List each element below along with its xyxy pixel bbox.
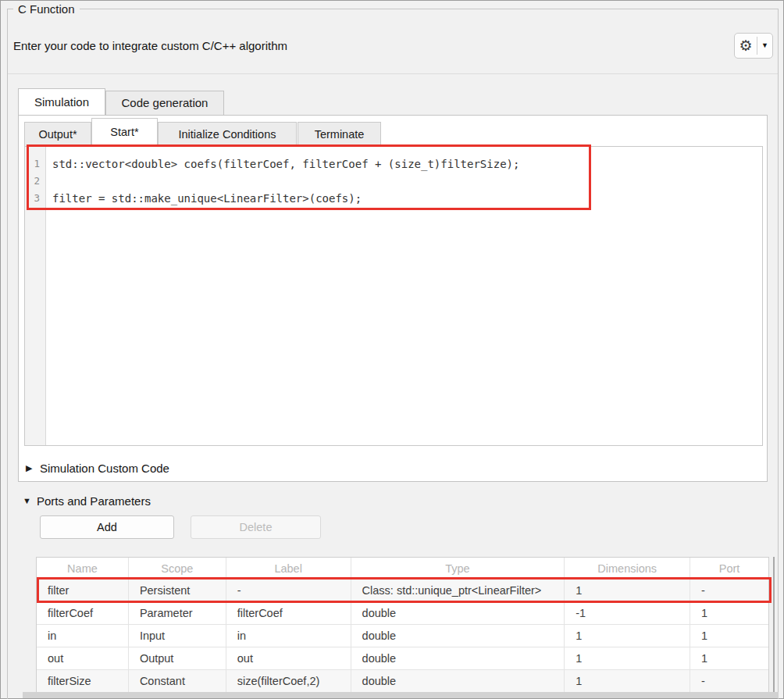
cell-port[interactable]: - — [690, 580, 768, 601]
horizontal-scrollbar[interactable] — [23, 692, 779, 698]
column-header-dimensions: Dimensions — [565, 558, 690, 579]
cell-scope[interactable]: Persistent — [129, 580, 226, 601]
cell-label[interactable]: - — [226, 580, 351, 601]
collapsed-triangle-icon[interactable]: ▶ — [26, 463, 40, 473]
tab-code-generation[interactable]: Code generation — [105, 91, 224, 115]
cell-name[interactable]: filterCoef — [37, 602, 129, 624]
cell-label[interactable]: in — [226, 625, 351, 647]
cell-type[interactable]: Class: std::unique_ptr<LinearFilter> — [351, 580, 565, 601]
code-line — [52, 173, 762, 190]
table-header-row: Name Scope Label Type Dimensions Port — [37, 558, 768, 580]
cell-type[interactable]: double — [351, 647, 565, 669]
c-function-dialog: C Function Enter your code to integrate … — [0, 0, 784, 699]
cell-scope[interactable]: Input — [129, 625, 226, 647]
settings-split-button[interactable]: ⚙ ▼ — [734, 33, 773, 59]
cell-label[interactable]: out — [226, 647, 351, 669]
code-text-area[interactable]: std::vector<double> coefs(filterCoef, fi… — [46, 147, 762, 445]
cell-name[interactable]: out — [37, 647, 129, 669]
table-row-filtercoef[interactable]: filterCoef Parameter filterCoef double -… — [37, 602, 768, 625]
cell-port[interactable]: 1 — [690, 647, 768, 669]
tab-start[interactable]: Start* — [91, 118, 158, 146]
code-line: std::vector<double> coefs(filterCoef, fi… — [52, 155, 762, 173]
cell-name[interactable]: filterSize — [37, 670, 129, 693]
cell-scope[interactable]: Output — [129, 647, 226, 669]
tab-initialize-conditions[interactable]: Initialize Conditions — [158, 122, 297, 146]
cell-label[interactable]: size(filterCoef,2) — [226, 670, 351, 693]
tab-terminate[interactable]: Terminate — [298, 122, 381, 146]
cell-label[interactable]: filterCoef — [226, 602, 351, 624]
column-header-port: Port — [690, 558, 768, 579]
cell-dimensions[interactable]: 1 — [565, 670, 690, 693]
table-vertical-scrollbar[interactable] — [773, 557, 775, 692]
section-label: Ports and Parameters — [37, 494, 151, 508]
cell-port[interactable]: - — [690, 670, 768, 693]
column-header-type: Type — [351, 558, 565, 579]
code-line: filter = std::make_unique<LinearFilter>(… — [52, 190, 762, 207]
column-header-scope: Scope — [129, 558, 226, 579]
cell-scope[interactable]: Constant — [129, 670, 226, 693]
table-row-filtersize[interactable]: filterSize Constant size(filterCoef,2) d… — [37, 670, 768, 693]
tab-output[interactable]: Output* — [24, 122, 91, 146]
line-number: 1 — [25, 155, 45, 173]
tab-simulation[interactable]: Simulation — [18, 88, 105, 115]
cell-name[interactable]: filter — [37, 580, 129, 601]
cell-dimensions[interactable]: -1 — [565, 602, 690, 624]
cell-port[interactable]: 1 — [690, 625, 768, 647]
group-box-title: C Function — [13, 2, 80, 16]
cell-name[interactable]: in — [37, 625, 129, 647]
table-row-in[interactable]: in Input in double 1 1 — [37, 625, 768, 647]
cell-dimensions[interactable]: 1 — [565, 625, 690, 647]
line-number: 2 — [25, 173, 45, 190]
cell-type[interactable]: double — [351, 625, 565, 647]
section-ports-and-parameters[interactable]: ▼ Ports and Parameters — [23, 491, 151, 510]
delete-button[interactable]: Delete — [191, 515, 321, 539]
cell-port[interactable]: 1 — [690, 602, 768, 624]
ports-parameters-table: Name Scope Label Type Dimensions Port fi… — [36, 557, 769, 694]
add-button[interactable]: Add — [40, 515, 174, 539]
cell-type[interactable]: double — [351, 602, 565, 624]
cell-dimensions[interactable]: 1 — [565, 647, 690, 669]
chevron-down-icon[interactable]: ▼ — [757, 34, 772, 58]
table-row-filter[interactable]: filter Persistent - Class: std::unique_p… — [37, 580, 768, 602]
code-editor[interactable]: 1 2 3 std::vector<double> coefs(filterCo… — [24, 146, 763, 446]
header-separator — [8, 73, 778, 74]
cell-scope[interactable]: Parameter — [129, 602, 226, 624]
cell-type[interactable]: double — [351, 670, 565, 693]
column-header-name: Name — [37, 558, 129, 579]
expanded-triangle-icon[interactable]: ▼ — [23, 496, 37, 505]
line-number: 3 — [25, 190, 45, 207]
dialog-description: Enter your code to integrate custom C/C+… — [13, 39, 287, 52]
column-header-label: Label — [226, 558, 351, 579]
cell-dimensions[interactable]: 1 — [565, 580, 690, 601]
section-label: Simulation Custom Code — [40, 462, 169, 475]
line-number-gutter: 1 2 3 — [25, 147, 46, 445]
section-simulation-custom-code[interactable]: ▶ Simulation Custom Code — [26, 458, 169, 477]
table-row-out[interactable]: out Output out double 1 1 — [37, 647, 768, 670]
gear-icon[interactable]: ⚙ — [735, 34, 757, 58]
